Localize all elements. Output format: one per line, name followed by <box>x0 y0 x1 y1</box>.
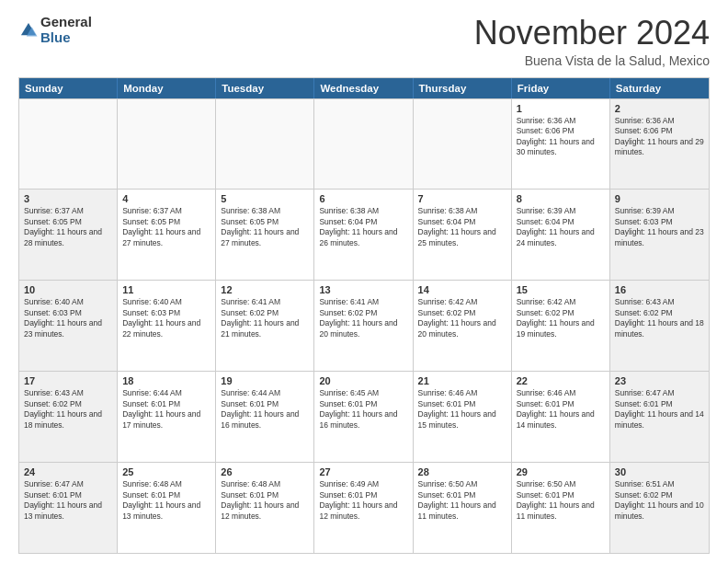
calendar: SundayMondayTuesdayWednesdayThursdayFrid… <box>18 77 710 554</box>
empty-cell <box>19 99 118 190</box>
day-cell-16: 16Sunrise: 6:43 AM Sunset: 6:02 PM Dayli… <box>610 281 709 371</box>
logo-icon <box>18 20 39 40</box>
day-number: 27 <box>319 466 407 477</box>
day-number: 18 <box>122 375 210 386</box>
day-cell-21: 21Sunrise: 6:46 AM Sunset: 6:01 PM Dayli… <box>414 372 512 462</box>
day-info: Sunrise: 6:43 AM Sunset: 6:02 PM Dayligh… <box>615 297 704 339</box>
day-info: Sunrise: 6:38 AM Sunset: 6:05 PM Dayligh… <box>221 206 309 248</box>
day-info: Sunrise: 6:41 AM Sunset: 6:02 PM Dayligh… <box>319 297 407 339</box>
day-number: 11 <box>122 284 210 295</box>
empty-cell <box>414 99 512 190</box>
day-number: 24 <box>24 466 112 477</box>
day-info: Sunrise: 6:42 AM Sunset: 6:02 PM Dayligh… <box>517 297 605 339</box>
day-cell-7: 7Sunrise: 6:38 AM Sunset: 6:04 PM Daylig… <box>414 190 512 280</box>
day-cell-29: 29Sunrise: 6:50 AM Sunset: 6:01 PM Dayli… <box>512 463 610 553</box>
calendar-week-3: 10Sunrise: 6:40 AM Sunset: 6:03 PM Dayli… <box>19 280 709 371</box>
day-info: Sunrise: 6:37 AM Sunset: 6:05 PM Dayligh… <box>24 206 112 248</box>
day-cell-5: 5Sunrise: 6:38 AM Sunset: 6:05 PM Daylig… <box>216 190 314 280</box>
day-number: 5 <box>221 193 309 204</box>
day-info: Sunrise: 6:36 AM Sunset: 6:06 PM Dayligh… <box>615 116 704 158</box>
day-cell-26: 26Sunrise: 6:48 AM Sunset: 6:01 PM Dayli… <box>216 463 314 553</box>
header-day-thursday: Thursday <box>414 78 512 98</box>
day-cell-10: 10Sunrise: 6:40 AM Sunset: 6:03 PM Dayli… <box>19 281 118 371</box>
page: General Blue November 2024 Buena Vista d… <box>0 0 728 563</box>
day-info: Sunrise: 6:39 AM Sunset: 6:03 PM Dayligh… <box>615 206 704 248</box>
empty-cell <box>216 99 314 190</box>
header-day-saturday: Saturday <box>610 78 709 98</box>
day-number: 14 <box>418 284 506 295</box>
calendar-header: SundayMondayTuesdayWednesdayThursdayFrid… <box>19 78 709 98</box>
day-info: Sunrise: 6:48 AM Sunset: 6:01 PM Dayligh… <box>221 479 309 522</box>
day-cell-25: 25Sunrise: 6:48 AM Sunset: 6:01 PM Dayli… <box>118 463 216 553</box>
day-number: 8 <box>517 193 605 204</box>
day-number: 19 <box>221 375 309 386</box>
day-info: Sunrise: 6:45 AM Sunset: 6:01 PM Dayligh… <box>319 388 407 431</box>
day-info: Sunrise: 6:47 AM Sunset: 6:01 PM Dayligh… <box>24 479 112 522</box>
day-number: 29 <box>517 466 605 477</box>
calendar-week-5: 24Sunrise: 6:47 AM Sunset: 6:01 PM Dayli… <box>19 462 709 553</box>
day-number: 16 <box>615 284 704 295</box>
day-cell-23: 23Sunrise: 6:47 AM Sunset: 6:01 PM Dayli… <box>610 372 709 462</box>
header-day-wednesday: Wednesday <box>314 78 413 98</box>
day-number: 21 <box>418 375 506 386</box>
header-day-friday: Friday <box>512 78 610 98</box>
day-cell-20: 20Sunrise: 6:45 AM Sunset: 6:01 PM Dayli… <box>314 372 413 462</box>
calendar-week-2: 3Sunrise: 6:37 AM Sunset: 6:05 PM Daylig… <box>19 189 709 280</box>
day-cell-28: 28Sunrise: 6:50 AM Sunset: 6:01 PM Dayli… <box>414 463 512 553</box>
header-day-monday: Monday <box>118 78 216 98</box>
day-cell-8: 8Sunrise: 6:39 AM Sunset: 6:04 PM Daylig… <box>512 190 610 280</box>
day-number: 26 <box>221 466 309 477</box>
month-title: November 2024 <box>474 15 710 52</box>
day-cell-1: 1Sunrise: 6:36 AM Sunset: 6:06 PM Daylig… <box>512 99 610 190</box>
day-info: Sunrise: 6:37 AM Sunset: 6:05 PM Dayligh… <box>122 206 210 248</box>
day-info: Sunrise: 6:44 AM Sunset: 6:01 PM Dayligh… <box>221 388 309 431</box>
day-number: 15 <box>517 284 605 295</box>
day-number: 6 <box>319 193 407 204</box>
logo: General Blue <box>18 15 92 45</box>
day-info: Sunrise: 6:46 AM Sunset: 6:01 PM Dayligh… <box>418 388 506 431</box>
day-cell-13: 13Sunrise: 6:41 AM Sunset: 6:02 PM Dayli… <box>314 281 413 371</box>
day-cell-11: 11Sunrise: 6:40 AM Sunset: 6:03 PM Dayli… <box>118 281 216 371</box>
day-cell-2: 2Sunrise: 6:36 AM Sunset: 6:06 PM Daylig… <box>610 99 709 190</box>
day-info: Sunrise: 6:50 AM Sunset: 6:01 PM Dayligh… <box>418 479 506 522</box>
day-cell-9: 9Sunrise: 6:39 AM Sunset: 6:03 PM Daylig… <box>610 190 709 280</box>
day-info: Sunrise: 6:40 AM Sunset: 6:03 PM Dayligh… <box>24 297 112 339</box>
day-info: Sunrise: 6:48 AM Sunset: 6:01 PM Dayligh… <box>122 479 210 522</box>
logo-blue: Blue <box>40 30 92 46</box>
day-info: Sunrise: 6:41 AM Sunset: 6:02 PM Dayligh… <box>221 297 309 339</box>
day-info: Sunrise: 6:40 AM Sunset: 6:03 PM Dayligh… <box>122 297 210 339</box>
day-number: 30 <box>615 466 704 477</box>
day-cell-6: 6Sunrise: 6:38 AM Sunset: 6:04 PM Daylig… <box>314 190 413 280</box>
day-number: 17 <box>24 375 112 386</box>
day-number: 2 <box>615 103 704 114</box>
day-number: 20 <box>319 375 407 386</box>
header-day-sunday: Sunday <box>19 78 118 98</box>
day-cell-12: 12Sunrise: 6:41 AM Sunset: 6:02 PM Dayli… <box>216 281 314 371</box>
title-block: November 2024 Buena Vista de la Salud, M… <box>474 15 710 68</box>
empty-cell <box>314 99 413 190</box>
day-info: Sunrise: 6:36 AM Sunset: 6:06 PM Dayligh… <box>517 116 605 158</box>
day-number: 4 <box>122 193 210 204</box>
day-cell-19: 19Sunrise: 6:44 AM Sunset: 6:01 PM Dayli… <box>216 372 314 462</box>
day-cell-3: 3Sunrise: 6:37 AM Sunset: 6:05 PM Daylig… <box>19 190 118 280</box>
logo-general: General <box>40 15 92 30</box>
day-number: 22 <box>517 375 605 386</box>
day-info: Sunrise: 6:42 AM Sunset: 6:02 PM Dayligh… <box>418 297 506 339</box>
day-info: Sunrise: 6:46 AM Sunset: 6:01 PM Dayligh… <box>517 388 605 431</box>
day-cell-17: 17Sunrise: 6:43 AM Sunset: 6:02 PM Dayli… <box>19 372 118 462</box>
day-cell-15: 15Sunrise: 6:42 AM Sunset: 6:02 PM Dayli… <box>512 281 610 371</box>
day-info: Sunrise: 6:49 AM Sunset: 6:01 PM Dayligh… <box>319 479 407 522</box>
day-info: Sunrise: 6:50 AM Sunset: 6:01 PM Dayligh… <box>517 479 605 522</box>
day-cell-22: 22Sunrise: 6:46 AM Sunset: 6:01 PM Dayli… <box>512 372 610 462</box>
calendar-week-1: 1Sunrise: 6:36 AM Sunset: 6:06 PM Daylig… <box>19 98 709 190</box>
header: General Blue November 2024 Buena Vista d… <box>18 15 710 68</box>
day-number: 9 <box>615 193 704 204</box>
day-number: 10 <box>24 284 112 295</box>
day-number: 12 <box>221 284 309 295</box>
empty-cell <box>118 99 216 190</box>
day-number: 3 <box>24 193 112 204</box>
day-info: Sunrise: 6:44 AM Sunset: 6:01 PM Dayligh… <box>122 388 210 431</box>
day-info: Sunrise: 6:38 AM Sunset: 6:04 PM Dayligh… <box>319 206 407 248</box>
day-info: Sunrise: 6:38 AM Sunset: 6:04 PM Dayligh… <box>418 206 506 248</box>
day-cell-30: 30Sunrise: 6:51 AM Sunset: 6:02 PM Dayli… <box>610 463 709 553</box>
